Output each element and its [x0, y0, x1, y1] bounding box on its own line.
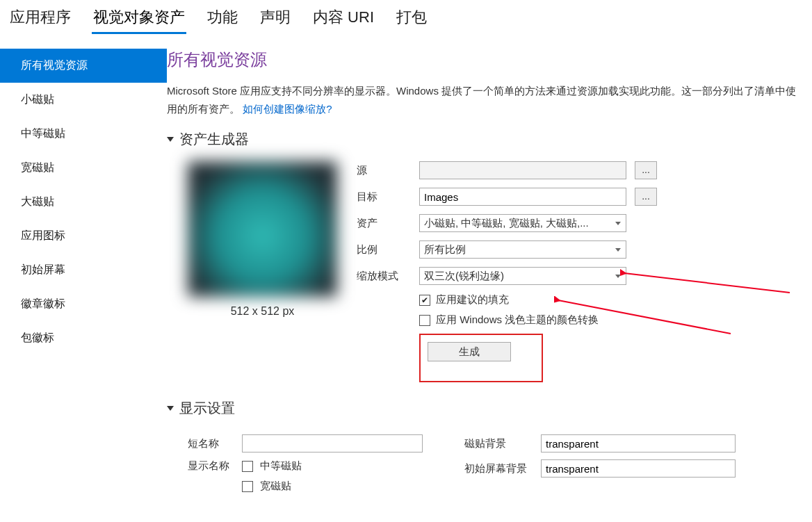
source-image-preview — [188, 161, 337, 297]
generate-button[interactable]: 生成 — [428, 342, 511, 361]
show-medium-label: 中等磁贴 — [260, 459, 302, 473]
generate-highlight-box: 生成 — [419, 334, 543, 382]
tile-bg-input[interactable] — [541, 434, 736, 452]
tab-visual-assets[interactable]: 视觉对象资产 — [92, 6, 186, 34]
assets-select[interactable]: 小磁贴, 中等磁贴, 宽磁贴, 大磁贴,... — [419, 214, 626, 232]
light-theme-checkbox[interactable] — [419, 315, 430, 326]
assets-label: 资产 — [357, 217, 411, 230]
target-browse-button[interactable]: ... — [635, 188, 657, 206]
padding-checkbox[interactable] — [419, 295, 430, 306]
padding-checkbox-label: 应用建议的填充 — [436, 293, 509, 307]
mode-label: 缩放模式 — [357, 270, 411, 283]
short-name-input[interactable] — [242, 434, 423, 452]
tab-capabilities[interactable]: 功能 — [206, 6, 239, 34]
chevron-down-icon — [167, 406, 174, 411]
mode-select[interactable]: 双三次(锐利边缘) — [419, 267, 626, 285]
scaling-help-link[interactable]: 如何创建图像缩放? — [243, 103, 332, 115]
sidebar-item-package-logo[interactable]: 包徽标 — [0, 321, 167, 355]
source-browse-button[interactable]: ... — [635, 161, 657, 179]
sidebar-item-badge[interactable]: 徽章徽标 — [0, 287, 167, 321]
main-panel: 所有视觉资源 Microsoft Store 应用应支持不同分辨率的显示器。Wi… — [167, 35, 812, 500]
page-title: 所有视觉资源 — [167, 49, 804, 71]
sidebar-item-medium-tile[interactable]: 中等磁贴 — [0, 117, 167, 151]
display-settings-expander[interactable]: 显示设置 — [167, 399, 804, 418]
asset-generator-expander[interactable]: 资产生成器 — [167, 130, 804, 149]
show-wide-checkbox[interactable] — [242, 481, 253, 492]
target-label: 目标 — [357, 190, 411, 204]
scale-select[interactable]: 所有比例 — [419, 240, 626, 259]
sidebar-item-app-icon[interactable]: 应用图标 — [0, 219, 167, 253]
show-wide-label: 宽磁贴 — [260, 480, 291, 493]
page-description: Microsoft Store 应用应支持不同分辨率的显示器。Windows 提… — [167, 82, 804, 117]
sidebar: 所有视觉资源 小磁贴 中等磁贴 宽磁贴 大磁贴 应用图标 初始屏幕 徽章徽标 包… — [0, 35, 167, 500]
sidebar-item-small-tile[interactable]: 小磁贴 — [0, 83, 167, 117]
splash-bg-label: 初始屏幕背景 — [464, 462, 534, 475]
tab-content-uri[interactable]: 内容 URI — [311, 6, 375, 34]
chevron-down-icon — [167, 137, 174, 142]
splash-bg-input[interactable] — [541, 459, 736, 478]
scale-label: 比例 — [357, 243, 411, 256]
show-medium-checkbox[interactable] — [242, 461, 253, 472]
tab-application[interactable]: 应用程序 — [8, 6, 72, 34]
source-input[interactable] — [419, 161, 626, 179]
sidebar-item-large-tile[interactable]: 大磁贴 — [0, 185, 167, 219]
light-theme-checkbox-label: 应用 Windows 浅色主题的颜色转换 — [436, 313, 599, 327]
tab-declarations[interactable]: 声明 — [259, 6, 292, 34]
source-image-size: 512 x 512 px — [188, 305, 337, 318]
sidebar-item-splash[interactable]: 初始屏幕 — [0, 253, 167, 287]
tab-packaging[interactable]: 打包 — [395, 6, 428, 34]
sidebar-item-all[interactable]: 所有视觉资源 — [0, 49, 167, 83]
sidebar-item-wide-tile[interactable]: 宽磁贴 — [0, 151, 167, 185]
display-settings-header: 显示设置 — [179, 399, 235, 418]
source-label: 源 — [357, 164, 411, 177]
target-input[interactable] — [419, 188, 626, 206]
tile-bg-label: 磁贴背景 — [464, 437, 534, 450]
show-name-label: 显示名称 — [188, 459, 235, 473]
short-name-label: 短名称 — [188, 437, 235, 450]
asset-generator-header: 资产生成器 — [179, 130, 249, 149]
manifest-tabs: 应用程序 视觉对象资产 功能 声明 内容 URI 打包 — [0, 0, 812, 35]
